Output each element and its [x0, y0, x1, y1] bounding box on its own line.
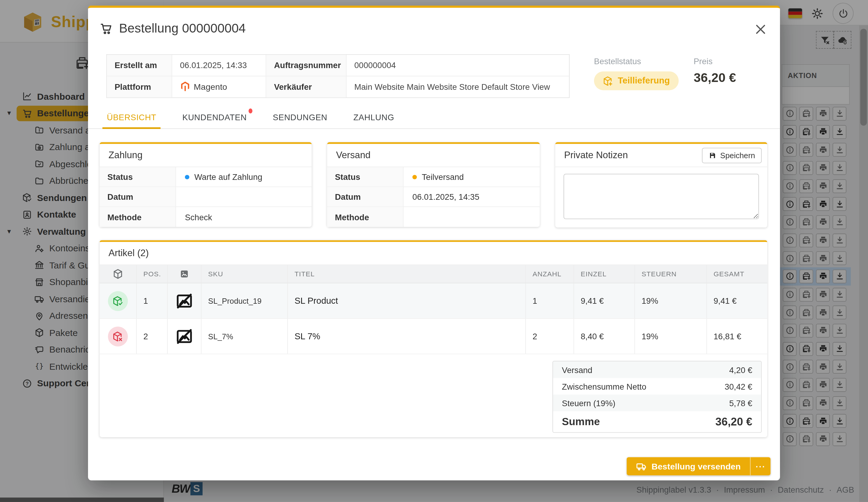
- tab[interactable]: SENDUNGEN: [273, 105, 327, 128]
- col-einzel: EINZEL: [574, 265, 635, 283]
- summary-label: Summe: [562, 416, 600, 428]
- image-missing-icon: [175, 291, 194, 310]
- notification-dot: [248, 108, 252, 114]
- tab-label: SENDUNGEN: [273, 112, 327, 122]
- tab[interactable]: ZAHLUNG: [353, 105, 394, 128]
- summary-row: Summe 36,20 €: [553, 411, 761, 432]
- summary-label: Steuern (19%): [562, 398, 616, 408]
- article-unit-price: 9,41 €: [574, 283, 635, 318]
- status-label: Bestellstatus: [594, 56, 679, 66]
- package-x-icon: [112, 331, 124, 342]
- tab-label: ÜBERSICHT: [107, 112, 156, 122]
- save-notes-button[interactable]: Speichern: [702, 148, 762, 163]
- summary-value: 4,20 €: [729, 365, 752, 374]
- tab[interactable]: KUNDENDATEN: [182, 105, 247, 128]
- info-value-seller: Main Website Main Website Store Default …: [347, 76, 569, 98]
- info-label: Auftragsnummer: [266, 55, 346, 76]
- payment-card: Zahlung Status Warte auf Zahlung Datum M…: [100, 142, 312, 227]
- article-pos: 2: [137, 319, 168, 354]
- articles-table-header: POS. SKU TITEL ANZAHL EINZEL STEUERN GES…: [100, 265, 767, 284]
- notes-card: Private Notizen Speichern: [555, 142, 767, 228]
- row-value: Teilversand: [422, 172, 464, 181]
- col-pos: POS.: [137, 265, 168, 283]
- key-value-row: Datum: [100, 187, 312, 207]
- modal-title: Bestellung 000000004: [119, 21, 246, 36]
- price-value: 36,20 €: [693, 70, 736, 85]
- summary-label: Zwischensumme Netto: [562, 381, 646, 391]
- truck-icon: [636, 461, 647, 472]
- key-value-row: Status Teilversand: [327, 167, 540, 187]
- summary-row: Zwischensumme Netto 30,42 €: [553, 378, 761, 395]
- magento-icon: [180, 81, 190, 93]
- article-row: 2 SL_7% SL 7% 2 8,40 € 19% 16,81 €: [100, 319, 767, 354]
- image-icon: [179, 269, 190, 280]
- row-value: Scheck: [185, 212, 212, 221]
- order-summary: Versand 4,20 € Zwischensumme Netto 30,42…: [552, 361, 762, 433]
- col-titel: TITEL: [288, 265, 526, 283]
- row-label: Status: [100, 167, 176, 187]
- cart-icon: [100, 22, 112, 35]
- info-value-created: 06.01.2025, 14:33: [172, 55, 266, 76]
- articles-table-body: 1 SL_Product_19 SL Product 1 9,41 € 19% …: [100, 283, 767, 354]
- article-title: SL Product: [288, 283, 526, 318]
- send-order-button[interactable]: Bestellung versenden: [627, 457, 750, 475]
- platform-logo: Magento: [172, 76, 266, 98]
- article-pos: 1: [137, 283, 168, 318]
- price-block: Preis 36,20 €: [693, 56, 736, 85]
- info-label: Plattform: [107, 76, 172, 98]
- send-order-label: Bestellung versenden: [652, 461, 741, 471]
- send-order-button-group: Bestellung versenden ···: [627, 457, 771, 475]
- package-check-icon: [112, 295, 124, 306]
- status-badge-label: Teillieferung: [618, 76, 670, 86]
- tab[interactable]: ÜBERSICHT: [107, 105, 156, 128]
- price-label: Preis: [693, 56, 736, 66]
- status-dot: [185, 175, 189, 179]
- summary-value: 5,78 €: [729, 398, 752, 408]
- row-label: Status: [327, 167, 404, 187]
- summary-row: Steuern (19%) 5,78 €: [553, 395, 761, 411]
- col-sku: SKU: [202, 265, 288, 283]
- private-notes-input[interactable]: [564, 174, 759, 219]
- item-ship-status-icon: [108, 326, 128, 346]
- info-value-ordernumber: 000000004: [347, 55, 569, 76]
- articles-card: Artikel (2) POS. SKU TITEL ANZAHL EINZEL…: [100, 240, 767, 437]
- key-value-row: Status Warte auf Zahlung: [100, 167, 312, 187]
- tab-label: ZAHLUNG: [353, 112, 394, 122]
- summary-value: 30,42 €: [725, 381, 752, 391]
- platform-name: Magento: [194, 82, 227, 92]
- article-total: 16,81 €: [707, 319, 767, 354]
- tab-label: KUNDENDATEN: [182, 112, 247, 122]
- save-button-label: Speichern: [720, 151, 755, 160]
- notes-card-title: Private Notizen: [564, 150, 628, 161]
- article-sku: SL_Product_19: [202, 283, 288, 318]
- status-badge: Teillieferung: [594, 71, 679, 90]
- close-icon[interactable]: [754, 22, 768, 36]
- row-value: 06.01.2025, 14:35: [412, 192, 479, 201]
- item-ship-status-icon: [108, 291, 128, 311]
- key-value-row: Methode: [327, 207, 540, 227]
- order-status-block: Bestellstatus Teillieferung: [594, 56, 679, 90]
- row-label: Datum: [100, 187, 176, 206]
- article-unit-price: 8,40 €: [574, 319, 635, 354]
- col-gesamt: GESAMT: [707, 265, 767, 283]
- order-info-table: Erstellt am 06.01.2025, 14:33 Auftragsnu…: [106, 54, 570, 98]
- summary-value: 36,20 €: [715, 415, 753, 428]
- article-title: SL 7%: [288, 319, 526, 354]
- more-options-button[interactable]: ···: [750, 457, 771, 475]
- articles-card-title: Artikel (2): [100, 242, 767, 265]
- payment-card-title: Zahlung: [100, 144, 312, 167]
- row-value: Warte auf Zahlung: [194, 172, 262, 181]
- row-label: Datum: [327, 187, 404, 206]
- article-tax: 19%: [635, 283, 707, 318]
- package-icon: [112, 269, 124, 280]
- article-tax: 19%: [635, 319, 707, 354]
- summary-row: Versand 4,20 €: [553, 361, 761, 378]
- info-label: Verkäufer: [266, 76, 346, 98]
- key-value-row: Methode Scheck: [100, 207, 312, 227]
- article-sku: SL_7%: [202, 319, 288, 354]
- shipping-card: Versand Status Teilversand Datum 06.01.2…: [327, 142, 540, 227]
- image-missing-icon: [175, 327, 194, 346]
- floppy-disk-icon: [709, 151, 716, 159]
- article-quantity: 2: [526, 319, 574, 354]
- article-total: 9,41 €: [707, 283, 767, 318]
